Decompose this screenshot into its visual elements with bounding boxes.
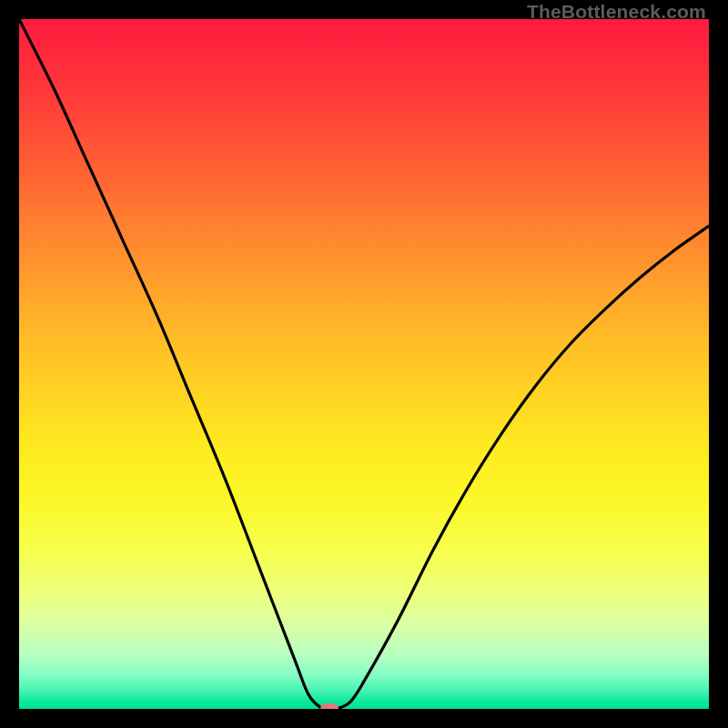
plot-area [19, 19, 709, 709]
watermark-text: TheBottleneck.com [527, 1, 706, 23]
chart-frame: TheBottleneck.com [0, 0, 728, 728]
optimal-point-marker [320, 703, 339, 709]
background-gradient [19, 19, 709, 709]
